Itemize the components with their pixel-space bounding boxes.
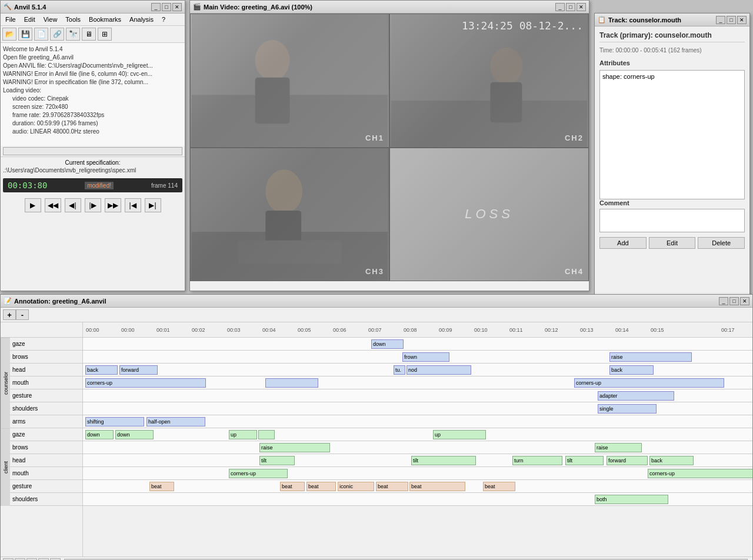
client-gesture-iconic[interactable]: iconic xyxy=(338,482,374,491)
counselor-brows-raise[interactable]: raise xyxy=(609,352,692,362)
play-button[interactable]: ▶ xyxy=(25,198,41,212)
add-button[interactable]: Add xyxy=(599,237,647,249)
client-head-tilt3[interactable]: tilt xyxy=(565,456,604,465)
client-brows-raise2[interactable]: raise xyxy=(595,443,642,452)
remove-track-button[interactable]: - xyxy=(16,309,29,320)
client-head-turn[interactable]: turn xyxy=(512,456,562,465)
annotation-window: 📝 Annotation: greeting_A6.anvil _ □ ✕ + … xyxy=(0,294,753,560)
track-primary-label: Track (primary): counselor.mouth xyxy=(599,31,745,42)
annotation-maximize-button[interactable]: □ xyxy=(729,297,739,305)
client-head-tilt2[interactable]: tilt xyxy=(411,456,476,465)
counselor-head-label: head xyxy=(10,364,82,376)
client-group-labels: client gaze brows head mouth gesture sho… xyxy=(1,428,82,506)
client-head-label: head xyxy=(10,454,82,467)
track-window-controls[interactable]: _ □ ✕ xyxy=(716,16,747,24)
client-gaze-up2[interactable]: up xyxy=(433,430,486,439)
grid-button[interactable]: ⊞ xyxy=(98,28,112,41)
go-end-button[interactable]: ▶| xyxy=(145,198,161,212)
counselor-gesture-adapter[interactable]: adapter xyxy=(598,391,674,401)
video-close-button[interactable]: ✕ xyxy=(577,3,586,11)
log-scrollbar[interactable] xyxy=(3,147,182,155)
step-forward-button[interactable]: |▶ xyxy=(85,198,101,212)
fast-forward-button[interactable]: ▶▶ xyxy=(105,198,121,212)
client-gesture-beat2[interactable]: beat xyxy=(280,482,305,491)
annotation-window-controls[interactable]: _ □ ✕ xyxy=(719,297,749,305)
link-button[interactable]: 🔗 xyxy=(50,28,64,41)
rewind-button[interactable]: ◀◀ xyxy=(45,198,61,212)
counselor-mouth-corners-up2[interactable]: corners-up xyxy=(574,378,724,388)
edit-button[interactable]: Edit xyxy=(649,237,696,249)
counselor-head-tu[interactable]: tu. xyxy=(394,365,405,375)
menu-analysis[interactable]: Analysis xyxy=(126,15,157,24)
client-gesture-beat1[interactable]: beat xyxy=(149,482,174,491)
track-maximize-button[interactable]: □ xyxy=(727,16,736,24)
close-button[interactable]: ✕ xyxy=(172,3,182,11)
track-minimize-button[interactable]: _ xyxy=(716,16,725,24)
video-window-controls[interactable]: _ □ ✕ xyxy=(555,3,586,11)
menu-edit[interactable]: Edit xyxy=(21,15,39,24)
annotation-minimize-button[interactable]: _ xyxy=(719,297,728,305)
log-line-4: WARNING! Error in specification file (li… xyxy=(3,78,182,86)
annotation-body: counselor gaze brows head mouth gesture … xyxy=(1,322,752,556)
minimize-button[interactable]: _ xyxy=(151,3,161,11)
client-gaze-down2[interactable]: down xyxy=(115,430,154,439)
counselor-brows-frown[interactable]: frown xyxy=(402,352,449,362)
ruler-header-left xyxy=(1,322,82,338)
counselor-gesture-label: gesture xyxy=(10,389,82,402)
client-gesture-beat3[interactable]: beat xyxy=(306,482,336,491)
open-folder-button[interactable]: 📂 xyxy=(2,28,16,41)
monitor-button[interactable]: 🖥 xyxy=(82,28,96,41)
save-button[interactable]: 💾 xyxy=(18,28,32,41)
counselor-head-back[interactable]: back xyxy=(85,365,118,375)
client-mouth-corners-up2[interactable]: corners-up xyxy=(648,469,752,478)
tick-2: 00:01 xyxy=(156,327,170,333)
svg-rect-7 xyxy=(490,82,522,123)
client-gesture-beat5[interactable]: beat xyxy=(409,482,465,491)
counselor-mouth-block2[interactable] xyxy=(265,378,318,388)
client-shoulders-both[interactable]: both xyxy=(595,495,668,504)
menu-file[interactable]: File xyxy=(2,15,19,24)
client-gaze-up1[interactable]: up xyxy=(229,430,257,439)
anvil-window-controls[interactable]: _ □ ✕ xyxy=(151,3,182,11)
menu-help[interactable]: ? xyxy=(158,15,169,24)
log-line-10: audio: LINEAR 48000.0Hz stereo xyxy=(3,128,182,136)
client-gaze-down1[interactable]: down xyxy=(85,430,114,439)
client-head-back[interactable]: back xyxy=(649,456,694,465)
client-gesture-beat4[interactable]: beat xyxy=(376,482,408,491)
track-close-button[interactable]: ✕ xyxy=(737,16,747,24)
counselor-gaze-down[interactable]: down xyxy=(371,339,404,349)
client-brows-raise1[interactable]: raise xyxy=(259,443,330,452)
counselor-arms-half-open[interactable]: half-open xyxy=(146,417,205,426)
counselor-head-nod[interactable]: nod xyxy=(407,365,471,375)
counselor-shoulders-single[interactable]: single xyxy=(598,404,657,414)
add-track-button[interactable]: + xyxy=(3,309,16,320)
binoculars-button[interactable]: 🔭 xyxy=(66,28,80,41)
comment-textarea[interactable] xyxy=(599,209,745,232)
counselor-gaze-lane: down xyxy=(83,338,752,351)
counselor-head-forward[interactable]: forward xyxy=(119,365,158,375)
client-head-forward[interactable]: forward xyxy=(607,456,648,465)
menu-view[interactable]: View xyxy=(40,15,61,24)
export-button[interactable]: 📄 xyxy=(34,28,48,41)
counselor-head-back2[interactable]: back xyxy=(609,365,654,375)
maximize-button[interactable]: □ xyxy=(162,3,171,11)
menu-tools[interactable]: Tools xyxy=(62,15,84,24)
svg-point-6 xyxy=(490,48,522,85)
client-gaze-block4[interactable] xyxy=(258,430,275,439)
counselor-mouth-corners-up[interactable]: corners-up xyxy=(85,378,206,388)
client-gesture-beat6[interactable]: beat xyxy=(483,482,515,491)
client-mouth-lane: corners-up corners-up xyxy=(83,467,752,480)
video-minimize-button[interactable]: _ xyxy=(555,3,565,11)
track-content: Track (primary): counselor.mouth Time: 0… xyxy=(595,26,749,254)
go-start-button[interactable]: |◀ xyxy=(125,198,141,212)
tick-7: 00:06 xyxy=(333,327,346,333)
menu-bookmarks[interactable]: Bookmarks xyxy=(85,15,125,24)
delete-button[interactable]: Delete xyxy=(698,237,745,249)
step-back-button[interactable]: ◀| xyxy=(65,198,81,212)
annotation-close-button[interactable]: ✕ xyxy=(740,297,749,305)
svg-rect-12 xyxy=(238,240,341,263)
video-maximize-button[interactable]: □ xyxy=(566,3,575,11)
counselor-arms-shifting[interactable]: shifting xyxy=(85,417,144,426)
client-head-tilt1[interactable]: tilt xyxy=(259,456,295,465)
client-mouth-corners-up1[interactable]: corners-up xyxy=(229,469,288,478)
